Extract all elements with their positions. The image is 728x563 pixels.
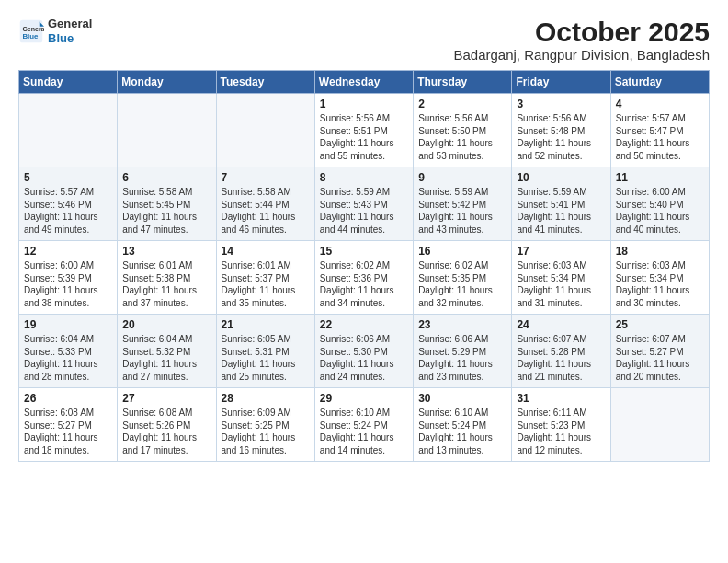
calendar-cell: 21Sunrise: 6:05 AM Sunset: 5:31 PM Dayli… [216,315,314,388]
day-number: 17 [517,245,605,258]
day-number: 7 [222,171,310,184]
day-number: 1 [320,98,408,110]
calendar-title: October 2025 [453,17,710,47]
col-header-monday: Monday [118,71,216,94]
day-info: Sunrise: 5:59 AM Sunset: 5:43 PM Dayligh… [320,186,408,236]
day-info: Sunrise: 6:06 AM Sunset: 5:30 PM Dayligh… [320,333,408,383]
col-header-friday: Friday [512,71,610,94]
day-number: 15 [320,245,408,258]
day-info: Sunrise: 5:58 AM Sunset: 5:44 PM Dayligh… [222,186,310,236]
calendar-cell: 17Sunrise: 6:03 AM Sunset: 5:34 PM Dayli… [512,241,610,315]
day-info: Sunrise: 6:04 AM Sunset: 5:32 PM Dayligh… [122,333,210,383]
day-number: 27 [122,392,210,405]
day-info: Sunrise: 6:10 AM Sunset: 5:24 PM Dayligh… [320,407,408,456]
day-info: Sunrise: 6:02 AM Sunset: 5:35 PM Dayligh… [418,259,506,309]
calendar-cell [610,388,709,462]
day-number: 26 [24,392,112,405]
calendar-table: SundayMondayTuesdayWednesdayThursdayFrid… [18,70,710,462]
day-number: 18 [616,245,704,258]
day-number: 31 [517,392,605,405]
calendar-cell: 5Sunrise: 5:57 AM Sunset: 5:46 PM Daylig… [19,167,118,241]
day-number: 29 [320,392,408,405]
calendar-cell: 10Sunrise: 5:59 AM Sunset: 5:41 PM Dayli… [512,167,610,241]
day-info: Sunrise: 6:00 AM Sunset: 5:39 PM Dayligh… [24,259,112,309]
day-number: 13 [122,245,210,258]
calendar-cell: 12Sunrise: 6:00 AM Sunset: 5:39 PM Dayli… [19,241,118,315]
title-block: October 2025 Badarganj, Rangpur Division… [453,17,710,63]
col-header-saturday: Saturday [610,71,709,94]
calendar-cell: 8Sunrise: 5:59 AM Sunset: 5:43 PM Daylig… [314,167,413,241]
day-info: Sunrise: 5:59 AM Sunset: 5:41 PM Dayligh… [517,186,605,236]
day-number: 16 [418,245,506,258]
calendar-cell: 3Sunrise: 5:56 AM Sunset: 5:48 PM Daylig… [512,94,610,167]
day-number: 2 [418,98,506,110]
calendar-header-row: SundayMondayTuesdayWednesdayThursdayFrid… [19,71,710,94]
logo-general: General [48,17,92,31]
calendar-cell: 28Sunrise: 6:09 AM Sunset: 5:25 PM Dayli… [216,388,314,462]
day-info: Sunrise: 6:01 AM Sunset: 5:38 PM Dayligh… [122,259,210,309]
calendar-week-1: 1Sunrise: 5:56 AM Sunset: 5:51 PM Daylig… [19,94,710,167]
day-number: 3 [517,98,605,110]
calendar-cell: 20Sunrise: 6:04 AM Sunset: 5:32 PM Dayli… [118,315,216,388]
day-info: Sunrise: 6:04 AM Sunset: 5:33 PM Dayligh… [24,333,112,383]
col-header-sunday: Sunday [19,71,118,94]
calendar-cell: 31Sunrise: 6:11 AM Sunset: 5:23 PM Dayli… [512,388,610,462]
calendar-subtitle: Badarganj, Rangpur Division, Bangladesh [453,47,710,63]
calendar-cell: 6Sunrise: 5:58 AM Sunset: 5:45 PM Daylig… [118,167,216,241]
day-info: Sunrise: 5:56 AM Sunset: 5:50 PM Dayligh… [418,112,506,162]
day-info: Sunrise: 6:05 AM Sunset: 5:31 PM Dayligh… [222,333,310,383]
calendar-week-5: 26Sunrise: 6:08 AM Sunset: 5:27 PM Dayli… [19,388,710,462]
calendar-cell [216,94,314,167]
day-info: Sunrise: 6:01 AM Sunset: 5:37 PM Dayligh… [222,259,310,309]
svg-text:General: General [22,26,44,32]
calendar-cell: 13Sunrise: 6:01 AM Sunset: 5:38 PM Dayli… [118,241,216,315]
logo: General Blue General Blue [18,17,92,45]
day-info: Sunrise: 6:09 AM Sunset: 5:25 PM Dayligh… [222,407,310,456]
day-info: Sunrise: 5:56 AM Sunset: 5:48 PM Dayligh… [517,112,605,162]
day-info: Sunrise: 6:07 AM Sunset: 5:28 PM Dayligh… [517,333,605,383]
day-info: Sunrise: 6:08 AM Sunset: 5:26 PM Dayligh… [122,407,210,456]
calendar-cell: 29Sunrise: 6:10 AM Sunset: 5:24 PM Dayli… [314,388,413,462]
calendar-cell [118,94,216,167]
day-number: 4 [616,98,704,110]
day-number: 10 [517,171,605,184]
day-number: 6 [122,171,210,184]
day-number: 25 [616,318,704,331]
page: General Blue General Blue October 2025 B… [0,0,728,471]
calendar-week-2: 5Sunrise: 5:57 AM Sunset: 5:46 PM Daylig… [19,167,710,241]
day-number: 12 [24,245,112,258]
calendar-cell: 11Sunrise: 6:00 AM Sunset: 5:40 PM Dayli… [610,167,709,241]
calendar-week-3: 12Sunrise: 6:00 AM Sunset: 5:39 PM Dayli… [19,241,710,315]
calendar-cell: 9Sunrise: 5:59 AM Sunset: 5:42 PM Daylig… [414,167,512,241]
calendar-cell: 22Sunrise: 6:06 AM Sunset: 5:30 PM Dayli… [314,315,413,388]
calendar-cell: 19Sunrise: 6:04 AM Sunset: 5:33 PM Dayli… [19,315,118,388]
day-info: Sunrise: 6:03 AM Sunset: 5:34 PM Dayligh… [616,259,704,309]
day-number: 22 [320,318,408,331]
calendar-cell: 26Sunrise: 6:08 AM Sunset: 5:27 PM Dayli… [19,388,118,462]
day-number: 5 [24,171,112,184]
day-info: Sunrise: 6:00 AM Sunset: 5:40 PM Dayligh… [616,186,704,236]
calendar-cell: 14Sunrise: 6:01 AM Sunset: 5:37 PM Dayli… [216,241,314,315]
day-info: Sunrise: 5:59 AM Sunset: 5:42 PM Dayligh… [418,186,506,236]
day-number: 23 [418,318,506,331]
day-number: 21 [222,318,310,331]
calendar-cell: 30Sunrise: 6:10 AM Sunset: 5:24 PM Dayli… [414,388,512,462]
col-header-tuesday: Tuesday [216,71,314,94]
calendar-cell: 7Sunrise: 5:58 AM Sunset: 5:44 PM Daylig… [216,167,314,241]
day-number: 9 [418,171,506,184]
day-number: 30 [418,392,506,405]
calendar-cell: 23Sunrise: 6:06 AM Sunset: 5:29 PM Dayli… [414,315,512,388]
day-number: 19 [24,318,112,331]
day-number: 28 [222,392,310,405]
day-number: 20 [122,318,210,331]
day-info: Sunrise: 5:58 AM Sunset: 5:45 PM Dayligh… [122,186,210,236]
calendar-cell: 18Sunrise: 6:03 AM Sunset: 5:34 PM Dayli… [610,241,709,315]
day-info: Sunrise: 6:07 AM Sunset: 5:27 PM Dayligh… [616,333,704,383]
day-info: Sunrise: 6:03 AM Sunset: 5:34 PM Dayligh… [517,259,605,309]
calendar-cell: 15Sunrise: 6:02 AM Sunset: 5:36 PM Dayli… [314,241,413,315]
logo-blue: Blue [48,31,92,46]
calendar-week-4: 19Sunrise: 6:04 AM Sunset: 5:33 PM Dayli… [19,315,710,388]
day-info: Sunrise: 6:11 AM Sunset: 5:23 PM Dayligh… [517,407,605,456]
calendar-cell: 25Sunrise: 6:07 AM Sunset: 5:27 PM Dayli… [610,315,709,388]
calendar-cell: 1Sunrise: 5:56 AM Sunset: 5:51 PM Daylig… [314,94,413,167]
